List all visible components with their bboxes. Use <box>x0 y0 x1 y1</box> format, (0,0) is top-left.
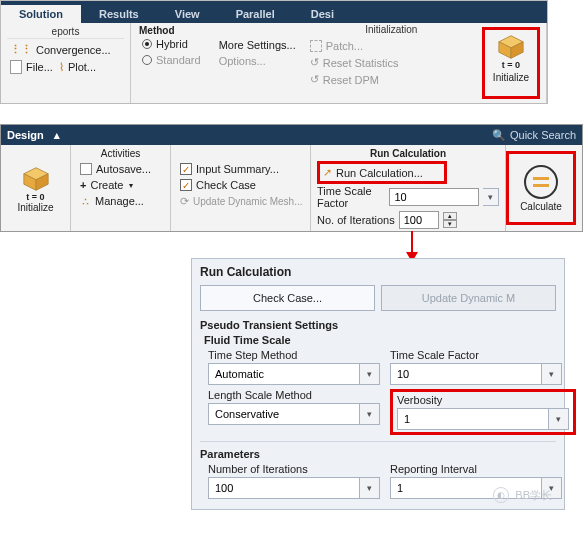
run-calculation-link[interactable]: ➚Run Calculation... <box>317 161 447 184</box>
ribbon-design-head: Design▴ 🔍Quick Search <box>1 125 582 145</box>
group-run-calculation: Run Calculation ➚Run Calculation... Time… <box>311 145 506 231</box>
initialize-button[interactable]: t = 0 Initialize <box>482 27 540 99</box>
spinner-icon[interactable]: ▾ <box>549 408 569 430</box>
time-scale-factor-row: Time Scale Factor ▾ <box>317 184 499 210</box>
length-scale-method-input[interactable] <box>208 403 360 425</box>
callout-arrow-icon <box>411 231 413 261</box>
method-standard-label: Standard <box>156 54 201 66</box>
patch[interactable]: Patch... <box>307 38 476 54</box>
options[interactable]: Options... <box>216 53 299 69</box>
iterations-spinner[interactable]: ▴▾ <box>443 212 457 228</box>
method-hybrid-label: Hybrid <box>156 38 188 50</box>
manage-icon: ⛬ <box>80 195 91 207</box>
parameters-heading: Parameters <box>200 448 556 460</box>
patch-label: Patch... <box>326 40 363 52</box>
calculate-button[interactable]: Calculate <box>506 151 576 225</box>
pseudo-transient-heading: Pseudo Transient Settings <box>200 319 556 331</box>
update-mesh-label: Update Dynamic Mesh... <box>193 196 303 207</box>
method-settings: More Settings... Options... <box>212 23 307 103</box>
method-standard[interactable]: Standard <box>139 52 204 68</box>
verbosity-input[interactable] <box>397 408 549 430</box>
num-iterations-field[interactable]: ▾ <box>208 477 380 499</box>
initialize-badge: t = 0 <box>26 192 44 202</box>
check-case-button[interactable]: Check Case... <box>200 285 375 311</box>
check-icon: ✓ <box>180 179 192 191</box>
spin-up-icon[interactable]: ▴ <box>443 212 457 220</box>
time-step-method-combo[interactable]: ▾ <box>208 363 380 385</box>
dropdown-icon[interactable]: ▾ <box>483 188 499 206</box>
fluid-time-scale-heading: Fluid Time Scale <box>204 334 556 346</box>
time-scale-factor-input[interactable] <box>389 188 479 206</box>
ribbon-tabs: Solution Results View Parallel Desi <box>1 1 547 23</box>
reset-stats-label: Reset Statistics <box>323 57 399 69</box>
chevron-down-icon[interactable]: ▾ <box>360 363 380 385</box>
watermark-text: BB学长 <box>515 488 552 503</box>
group-checks: ✓Input Summary... ✓Check Case ⟳Update Dy… <box>171 145 311 231</box>
reports-plot[interactable]: ⌇Plot... <box>56 58 99 76</box>
verbosity-label: Verbosity <box>397 394 569 406</box>
initialize-badge: t = 0 <box>502 60 520 70</box>
more-settings[interactable]: More Settings... <box>216 37 299 53</box>
quick-search-label: Quick Search <box>510 129 576 141</box>
calculate-icon <box>524 165 558 199</box>
length-scale-method-combo[interactable]: ▾ <box>208 403 380 425</box>
create[interactable]: +Create▾ <box>77 177 164 193</box>
plot-icon: ⌇ <box>59 61 64 74</box>
verbosity-field[interactable]: ▾ <box>397 408 569 430</box>
autosave-label: Autosave... <box>96 163 151 175</box>
update-dynamic-mesh[interactable]: ⟳Update Dynamic Mesh... <box>177 193 304 210</box>
reports-file-label: File... <box>26 61 53 73</box>
check-case[interactable]: ✓Check Case <box>177 177 304 193</box>
quick-search[interactable]: 🔍Quick Search <box>492 129 576 142</box>
tab-design-partial[interactable]: Desi <box>293 5 352 23</box>
tab-design[interactable]: Design▴ <box>7 129 60 142</box>
mesh-icon: ⟳ <box>180 195 189 208</box>
spinner-icon[interactable]: ▾ <box>542 363 562 385</box>
spinner-icon[interactable]: ▾ <box>360 477 380 499</box>
time-step-method-input[interactable] <box>208 363 360 385</box>
reset-statistics[interactable]: ↺Reset Statistics <box>307 54 476 71</box>
autosave[interactable]: Autosave... <box>77 161 164 177</box>
method-hybrid[interactable]: Hybrid <box>139 36 204 52</box>
reset-icon: ↺ <box>310 73 319 86</box>
tab-parallel[interactable]: Parallel <box>218 5 293 23</box>
tab-results[interactable]: Results <box>81 5 157 23</box>
run-calculation-panel: Run Calculation Check Case... Update Dyn… <box>191 258 565 510</box>
reporting-interval-label: Reporting Interval <box>390 463 562 475</box>
reports-file[interactable]: File... <box>7 58 56 76</box>
manage-label: Manage... <box>95 195 144 207</box>
time-scale-factor-label: Time Scale Factor <box>390 349 562 361</box>
check-case-label: Check Case <box>196 179 256 191</box>
reports-convergence-label: Convergence... <box>36 44 111 56</box>
initialization-title: Initialization <box>307 23 476 36</box>
reset-dpm[interactable]: ↺Reset DPM <box>307 71 476 88</box>
input-summary-label: Input Summary... <box>196 163 279 175</box>
cube-icon <box>496 34 526 60</box>
iterations-row: No. of Iterations ▴▾ <box>317 210 499 230</box>
num-iterations-label: Number of Iterations <box>208 463 380 475</box>
time-scale-factor-input[interactable] <box>390 363 542 385</box>
tab-view[interactable]: View <box>157 5 218 23</box>
chevron-down-icon: ▾ <box>129 181 133 190</box>
group-reports-title: eports <box>7 25 124 39</box>
input-summary[interactable]: ✓Input Summary... <box>177 161 304 177</box>
num-iterations-input[interactable] <box>208 477 360 499</box>
run-calc-link-label: Run Calculation... <box>336 167 423 179</box>
spin-down-icon[interactable]: ▾ <box>443 220 457 228</box>
radio-icon <box>142 55 152 65</box>
initialize-button-2[interactable]: t = 0 Initialize <box>1 145 71 231</box>
reports-convergence[interactable]: ⋮⋮Convergence... <box>7 41 124 58</box>
reset-dpm-label: Reset DPM <box>323 74 379 86</box>
panel-title: Run Calculation <box>200 265 556 279</box>
iterations-input[interactable] <box>399 211 439 229</box>
iters-label: No. of Iterations <box>317 214 395 226</box>
activities-title: Activities <box>77 147 164 161</box>
chevron-down-icon[interactable]: ▾ <box>360 403 380 425</box>
time-scale-factor-field[interactable]: ▾ <box>390 363 562 385</box>
manage[interactable]: ⛬Manage... <box>77 193 164 209</box>
convergence-icon: ⋮⋮ <box>10 43 32 56</box>
tab-solution[interactable]: Solution <box>1 5 81 23</box>
group-initialization-wrap: Method Hybrid Standard More Settings... … <box>131 23 547 103</box>
length-scale-method-label: Length Scale Method <box>208 389 380 401</box>
plus-icon: + <box>80 179 86 191</box>
